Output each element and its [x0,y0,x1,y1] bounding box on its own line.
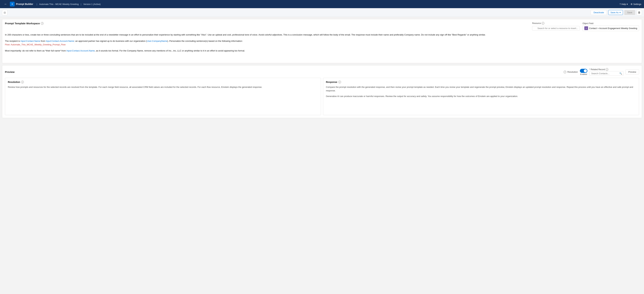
help-question-icon: ? [620,3,621,5]
related-record-info-icon[interactable]: i [606,68,608,71]
resolution-panel: Resolution i Review how prompts and reso… [5,78,321,115]
contacts-search-icon: 🔍 [619,72,622,75]
resolution-panel-text: Review how prompts and resources for the… [8,85,318,89]
resolution-control: i Resolution [564,71,578,73]
resource-info-icon[interactable]: i [542,22,544,25]
prompt-paragraph-1: In 200 characters or less, create two or… [5,33,639,37]
template-name: Automate This - MCAE Weekly Greeting [39,3,79,5]
save-button[interactable]: Save [624,10,635,15]
prompt-p2-mid1: from [40,40,46,42]
resource-section: Resource i Object Field 🔍 [532,22,639,31]
prompt-p3-pre: Most importantly: do not refer to them a… [5,49,66,52]
prompt-link-account-name-2[interactable]: Input:Contact.Account.Name [66,49,95,52]
preview-button[interactable]: Preview [626,69,639,74]
prompt-p2-pre: The recipient is [5,40,20,42]
help-chevron-icon: ▾ [627,3,628,5]
preview-header: Preview i Resolution Enabled * Related R… [5,68,639,76]
help-button[interactable]: ? Help ▾ [620,3,628,5]
preview-card: Preview i Resolution Enabled * Related R… [2,65,642,118]
preview-title: Preview [5,70,14,73]
main-content: Prompt Template Workspace i Resource i [0,17,644,294]
prompt-link-contact-account[interactable]: Input:Contact.Account.Name [46,40,74,42]
prompt-p3-post: , as it sounds too formal. For the Compa… [95,49,245,52]
prompt-link-company-name[interactable]: User.CompanyName [147,40,168,42]
back-button[interactable]: ← [3,2,8,7]
resolution-enabled-label: Enabled [580,73,587,75]
related-record-label: * Related Record i [590,68,624,71]
workspace-info-icon[interactable]: i [41,22,44,25]
prompt-body: In 200 characters or less, create two or… [5,33,639,60]
app-icon: ✦ [10,2,14,6]
resolution-label-text: Resolution [567,71,578,73]
workspace-header: Prompt Template Workspace i Resource i [5,22,639,31]
save-as-dropdown-icon: ▾ [620,11,621,14]
nav-separator-1: | [36,3,37,5]
panel-toggle-icon: ⊡ [4,11,6,14]
prompt-link-contact-name[interactable]: Input:Contact.Name [20,40,40,42]
resolution-toggle-wrap: Enabled [580,69,588,75]
response-p2: Generative AI can produce inaccurate or … [326,95,636,98]
prompt-p2-mid2: : an approved partner has signed up to d… [74,40,147,42]
delete-trash-icon: 🗑 [638,11,640,14]
preview-controls: i Resolution Enabled * Related Record i … [564,68,639,76]
response-panel-info-icon[interactable]: i [338,81,341,83]
object-field-badge: ≡ Contact > Account Engagement Weekly Gr… [582,25,639,31]
search-contacts-input[interactable] [590,71,624,76]
prompt-paragraph-3: Most importantly: do not refer to them a… [5,49,639,53]
help-label: Help [622,3,626,5]
toolbar-actions: Deactivate Save As ▾ Save 🗑 [590,10,642,15]
workspace-card: Prompt Template Workspace i Resource i [2,19,642,63]
object-field-value: Contact > Account Engagement Weekly Gree… [589,27,637,29]
nav-right: ? Help ▾ ⚙ Settings [620,3,641,5]
resource-group: Resource i Object Field 🔍 [532,22,639,31]
app-name: Prompt Builder [16,3,33,5]
workspace-title: Prompt Template Workspace i [5,22,44,25]
prompt-p2-post: ). Personalize the concluding sentence(s… [167,40,242,42]
two-col-panels: Resolution i Review how prompts and reso… [5,78,639,115]
resource-label: Resource i [532,22,580,25]
settings-label: Settings [633,3,641,5]
object-field-label: Object Field [582,22,593,25]
object-field-icon: ≡ [584,26,588,30]
resolution-panel-title: Resolution i [8,81,318,83]
nav-separator-2: | [81,3,81,5]
resolution-panel-info-icon[interactable]: i [21,81,24,83]
version-label: Version 1 (Active) [83,3,101,5]
settings-gear-icon: ⚙ [630,3,632,5]
field-labels-row: Resource i Object Field [532,22,639,25]
delete-button[interactable]: 🗑 [636,10,642,15]
save-as-label: Save As [610,11,619,14]
response-panel-text: Compare the prompt resolution with the g… [326,85,636,98]
resolution-info-icon[interactable]: i [564,71,566,73]
search-contacts-wrap: 🔍 [590,71,624,76]
response-panel-title: Response i [326,81,636,83]
prompt-link-flow[interactable]: Flow: Automate_This_MCAE_Weekly_Greeting… [5,43,66,46]
resource-search-input[interactable] [532,26,580,30]
deactivate-button[interactable]: Deactivate [590,10,607,15]
related-record-group: * Related Record i 🔍 [590,68,624,76]
top-nav: ← ✦ Prompt Builder | Automate This - MCA… [0,0,644,8]
resource-search-wrap: 🔍 [532,26,580,30]
save-as-button[interactable]: Save As ▾ [608,10,623,15]
resolution-toggle[interactable] [580,69,588,73]
back-icon: ← [4,2,7,6]
settings-button[interactable]: ⚙ Settings [630,3,641,5]
panel-toggle-button[interactable]: ⊡ [2,10,8,15]
response-p1: Compare the prompt resolution with the g… [326,85,636,93]
prompt-paragraph-2: The recipient is Input:Contact.Name from… [5,39,639,46]
toolbar: ⊡ Deactivate Save As ▾ Save 🗑 [0,8,644,17]
response-panel: Response i Compare the prompt resolution… [323,78,639,115]
